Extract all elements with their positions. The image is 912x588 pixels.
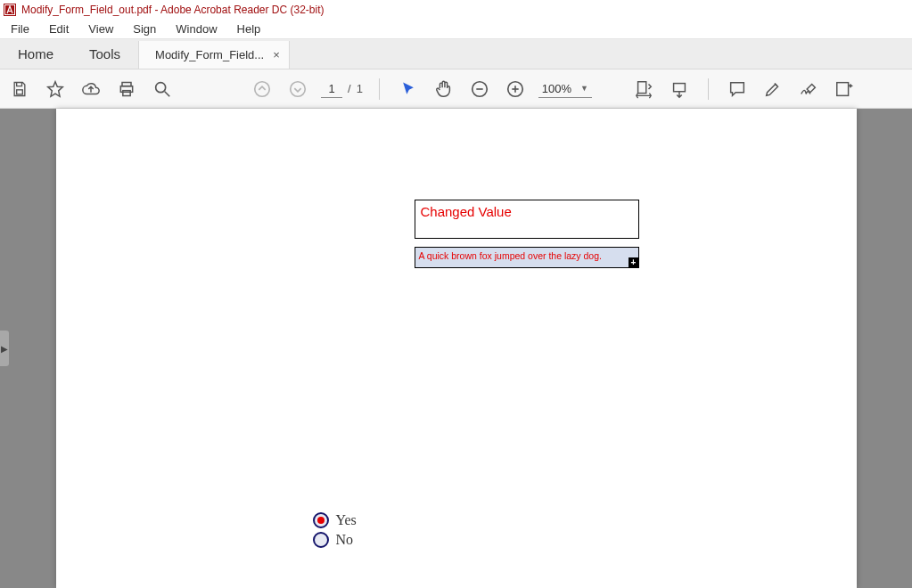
menu-file[interactable]: File [2,20,38,37]
menu-window[interactable]: Window [167,20,226,37]
pdf-page[interactable]: Changed Value A quick brown fox jumped o… [56,109,857,588]
cloud-upload-icon[interactable] [78,77,103,102]
print-icon[interactable] [114,77,139,102]
svg-rect-19 [837,82,849,95]
title-bar: Modify_Form_Field_out.pdf - Adobe Acroba… [0,0,912,20]
zoom-dropdown[interactable]: 100% ▼ [538,80,592,98]
svg-rect-18 [674,83,686,91]
comment-icon[interactable] [725,77,750,102]
form-multiline-value: A quick brown fox jumped over the lazy d… [419,250,602,261]
overflow-indicator-icon: + [629,257,639,268]
save-icon[interactable] [7,77,32,102]
svg-rect-7 [123,90,130,95]
tabs-bar: Home Tools Modify_Form_Field... × [0,39,912,69]
toolbar: / 1 100% ▼ [0,69,912,109]
radio-yes-label: Yes [336,512,357,528]
radio-no[interactable] [313,532,329,548]
radio-yes[interactable] [313,512,329,528]
hand-tool-icon[interactable] [431,77,456,102]
menu-view[interactable]: View [79,20,122,37]
svg-point-8 [156,82,166,92]
page-indicator: / 1 [321,80,363,98]
document-tab[interactable]: Modify_Form_Field... × [138,41,290,69]
toolbar-separator [379,78,380,100]
zoom-value: 100% [542,82,571,95]
find-icon[interactable] [150,77,175,102]
tab-tools[interactable]: Tools [71,39,138,69]
menu-bar: File Edit View Sign Window Help [0,20,912,39]
window-title: Modify_Form_Field_out.pdf - Adobe Acroba… [21,4,325,16]
document-area: ▶ Changed Value A quick brown fox jumped… [0,109,912,588]
menu-sign[interactable]: Sign [124,20,165,37]
zoom-out-icon[interactable] [467,77,492,102]
radio-group: Yes No [313,510,357,550]
more-tools-icon[interactable] [832,77,857,102]
form-text-field-value: Changed Value [421,204,512,219]
page-sep: / [348,82,351,95]
svg-point-10 [255,81,270,96]
nav-pane-toggle[interactable]: ▶ [0,331,9,366]
svg-rect-3 [17,89,23,94]
svg-rect-17 [638,81,646,93]
star-icon[interactable] [43,77,68,102]
tab-home[interactable]: Home [0,39,71,69]
menu-help[interactable]: Help [228,20,270,37]
page-total: 1 [357,82,363,95]
page-current-input[interactable] [321,80,342,98]
svg-marker-4 [48,81,63,96]
toolbar-separator [708,78,709,100]
sign-icon[interactable] [796,77,821,102]
document-tab-label: Modify_Form_Field... [155,48,264,61]
close-tab-icon[interactable]: × [273,49,280,61]
fit-width-icon[interactable] [631,77,656,102]
form-text-field[interactable]: Changed Value [415,200,639,239]
scroll-mode-icon[interactable] [667,77,692,102]
svg-point-11 [291,81,306,96]
page-down-icon[interactable] [285,77,310,102]
chevron-down-icon: ▼ [580,84,588,93]
menu-edit[interactable]: Edit [40,20,78,37]
app-icon [4,4,16,16]
form-multiline-field[interactable]: A quick brown fox jumped over the lazy d… [415,247,639,268]
zoom-in-icon[interactable] [503,77,528,102]
svg-line-9 [165,91,170,96]
highlight-icon[interactable] [760,77,785,102]
select-tool-icon[interactable] [396,77,421,102]
radio-no-label: No [336,532,354,548]
page-up-icon[interactable] [250,77,275,102]
